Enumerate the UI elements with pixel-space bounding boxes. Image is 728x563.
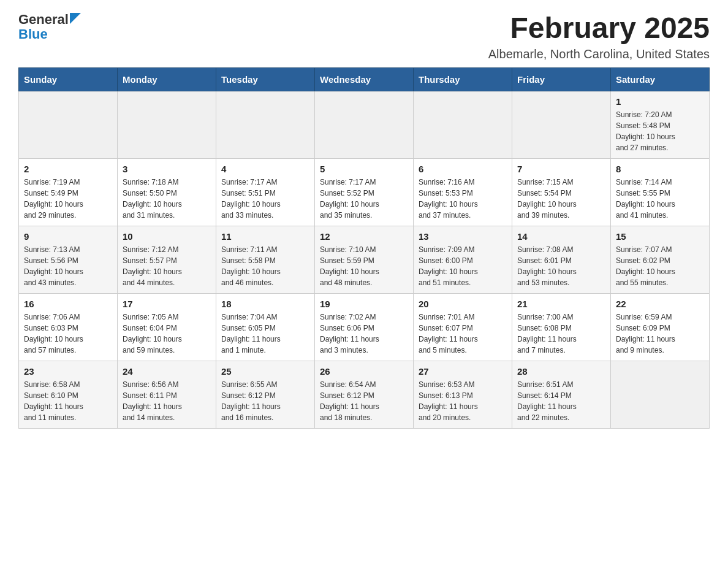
table-row: [315, 91, 414, 158]
table-row: 11Sunrise: 7:11 AM Sunset: 5:58 PM Dayli…: [216, 226, 315, 293]
day-number: 15: [616, 231, 704, 242]
title-section: February 2025 Albemarle, North Carolina,…: [488, 12, 710, 61]
day-number: 13: [419, 231, 507, 242]
day-info: Sunrise: 6:53 AM Sunset: 6:13 PM Dayligh…: [419, 379, 507, 423]
day-number: 22: [616, 299, 704, 309]
table-row: 5Sunrise: 7:17 AM Sunset: 5:52 PM Daylig…: [315, 158, 414, 226]
calendar-header-row: Sunday Monday Tuesday Wednesday Thursday…: [19, 67, 710, 91]
day-info: Sunrise: 6:59 AM Sunset: 6:09 PM Dayligh…: [616, 312, 704, 356]
day-info: Sunrise: 7:16 AM Sunset: 5:53 PM Dayligh…: [419, 177, 507, 221]
day-number: 23: [24, 366, 112, 377]
day-info: Sunrise: 7:12 AM Sunset: 5:57 PM Dayligh…: [123, 244, 211, 288]
table-row: [19, 91, 118, 158]
table-row: [414, 91, 512, 158]
day-number: 18: [221, 299, 309, 309]
table-row: 14Sunrise: 7:08 AM Sunset: 6:01 PM Dayli…: [512, 226, 611, 293]
table-row: [611, 361, 710, 428]
day-number: 17: [123, 299, 211, 309]
calendar-week-4: 16Sunrise: 7:06 AM Sunset: 6:03 PM Dayli…: [19, 293, 710, 361]
day-info: Sunrise: 7:17 AM Sunset: 5:52 PM Dayligh…: [320, 177, 408, 221]
day-number: 5: [320, 164, 408, 174]
header-monday: Monday: [118, 67, 216, 91]
table-row: [118, 91, 216, 158]
day-info: Sunrise: 7:17 AM Sunset: 5:51 PM Dayligh…: [221, 177, 309, 221]
day-info: Sunrise: 7:14 AM Sunset: 5:55 PM Dayligh…: [616, 177, 704, 221]
day-info: Sunrise: 7:00 AM Sunset: 6:08 PM Dayligh…: [517, 312, 605, 356]
day-number: 11: [221, 231, 309, 242]
table-row: 10Sunrise: 7:12 AM Sunset: 5:57 PM Dayli…: [118, 226, 216, 293]
day-info: Sunrise: 7:08 AM Sunset: 6:01 PM Dayligh…: [517, 244, 605, 288]
calendar-week-2: 2Sunrise: 7:19 AM Sunset: 5:49 PM Daylig…: [19, 158, 710, 226]
day-number: 3: [123, 164, 211, 174]
header-friday: Friday: [512, 67, 611, 91]
calendar-week-5: 23Sunrise: 6:58 AM Sunset: 6:10 PM Dayli…: [19, 361, 710, 428]
day-number: 12: [320, 231, 408, 242]
page-header: General Blue February 2025 Albemarle, No…: [18, 12, 710, 61]
header-tuesday: Tuesday: [216, 67, 315, 91]
day-info: Sunrise: 7:09 AM Sunset: 6:00 PM Dayligh…: [419, 244, 507, 288]
day-info: Sunrise: 7:20 AM Sunset: 5:48 PM Dayligh…: [616, 109, 704, 153]
day-number: 9: [24, 231, 112, 242]
day-info: Sunrise: 7:10 AM Sunset: 5:59 PM Dayligh…: [320, 244, 408, 288]
logo-arrow-icon: [70, 13, 81, 24]
day-number: 2: [24, 164, 112, 174]
calendar-week-3: 9Sunrise: 7:13 AM Sunset: 5:56 PM Daylig…: [19, 226, 710, 293]
table-row: 12Sunrise: 7:10 AM Sunset: 5:59 PM Dayli…: [315, 226, 414, 293]
day-info: Sunrise: 6:54 AM Sunset: 6:12 PM Dayligh…: [320, 379, 408, 423]
table-row: 4Sunrise: 7:17 AM Sunset: 5:51 PM Daylig…: [216, 158, 315, 226]
table-row: 19Sunrise: 7:02 AM Sunset: 6:06 PM Dayli…: [315, 293, 414, 361]
day-info: Sunrise: 6:51 AM Sunset: 6:14 PM Dayligh…: [517, 379, 605, 423]
day-info: Sunrise: 7:05 AM Sunset: 6:04 PM Dayligh…: [123, 312, 211, 356]
table-row: 23Sunrise: 6:58 AM Sunset: 6:10 PM Dayli…: [19, 361, 118, 428]
day-number: 6: [419, 164, 507, 174]
day-number: 26: [320, 366, 408, 377]
table-row: 24Sunrise: 6:56 AM Sunset: 6:11 PM Dayli…: [118, 361, 216, 428]
table-row: 22Sunrise: 6:59 AM Sunset: 6:09 PM Dayli…: [611, 293, 710, 361]
day-info: Sunrise: 6:55 AM Sunset: 6:12 PM Dayligh…: [221, 379, 309, 423]
table-row: 6Sunrise: 7:16 AM Sunset: 5:53 PM Daylig…: [414, 158, 512, 226]
table-row: 16Sunrise: 7:06 AM Sunset: 6:03 PM Dayli…: [19, 293, 118, 361]
table-row: 9Sunrise: 7:13 AM Sunset: 5:56 PM Daylig…: [19, 226, 118, 293]
table-row: [216, 91, 315, 158]
header-thursday: Thursday: [414, 67, 512, 91]
day-number: 14: [517, 231, 605, 242]
calendar-table: Sunday Monday Tuesday Wednesday Thursday…: [18, 67, 710, 429]
logo: General Blue: [18, 12, 81, 42]
table-row: 18Sunrise: 7:04 AM Sunset: 6:05 PM Dayli…: [216, 293, 315, 361]
day-info: Sunrise: 7:19 AM Sunset: 5:49 PM Dayligh…: [24, 177, 112, 221]
table-row: 8Sunrise: 7:14 AM Sunset: 5:55 PM Daylig…: [611, 158, 710, 226]
day-info: Sunrise: 7:15 AM Sunset: 5:54 PM Dayligh…: [517, 177, 605, 221]
day-number: 28: [517, 366, 605, 377]
day-info: Sunrise: 6:58 AM Sunset: 6:10 PM Dayligh…: [24, 379, 112, 423]
calendar-week-1: 1Sunrise: 7:20 AM Sunset: 5:48 PM Daylig…: [19, 91, 710, 158]
day-number: 25: [221, 366, 309, 377]
day-info: Sunrise: 7:06 AM Sunset: 6:03 PM Dayligh…: [24, 312, 112, 356]
day-number: 21: [517, 299, 605, 309]
day-info: Sunrise: 7:02 AM Sunset: 6:06 PM Dayligh…: [320, 312, 408, 356]
day-number: 27: [419, 366, 507, 377]
header-saturday: Saturday: [611, 67, 710, 91]
logo-general-text: General: [18, 12, 69, 27]
table-row: 3Sunrise: 7:18 AM Sunset: 5:50 PM Daylig…: [118, 158, 216, 226]
header-sunday: Sunday: [19, 67, 118, 91]
location-text: Albemarle, North Carolina, United States: [488, 47, 710, 61]
day-info: Sunrise: 7:04 AM Sunset: 6:05 PM Dayligh…: [221, 312, 309, 356]
day-info: Sunrise: 6:56 AM Sunset: 6:11 PM Dayligh…: [123, 379, 211, 423]
logo-blue-text: Blue: [18, 27, 48, 42]
day-info: Sunrise: 7:18 AM Sunset: 5:50 PM Dayligh…: [123, 177, 211, 221]
day-number: 7: [517, 164, 605, 174]
table-row: 26Sunrise: 6:54 AM Sunset: 6:12 PM Dayli…: [315, 361, 414, 428]
month-title: February 2025: [488, 12, 710, 45]
table-row: 13Sunrise: 7:09 AM Sunset: 6:00 PM Dayli…: [414, 226, 512, 293]
svg-marker-0: [70, 13, 81, 24]
day-number: 19: [320, 299, 408, 309]
table-row: 20Sunrise: 7:01 AM Sunset: 6:07 PM Dayli…: [414, 293, 512, 361]
day-number: 1: [616, 96, 704, 107]
table-row: 2Sunrise: 7:19 AM Sunset: 5:49 PM Daylig…: [19, 158, 118, 226]
day-number: 8: [616, 164, 704, 174]
table-row: 27Sunrise: 6:53 AM Sunset: 6:13 PM Dayli…: [414, 361, 512, 428]
day-info: Sunrise: 7:01 AM Sunset: 6:07 PM Dayligh…: [419, 312, 507, 356]
day-number: 16: [24, 299, 112, 309]
table-row: 21Sunrise: 7:00 AM Sunset: 6:08 PM Dayli…: [512, 293, 611, 361]
header-wednesday: Wednesday: [315, 67, 414, 91]
